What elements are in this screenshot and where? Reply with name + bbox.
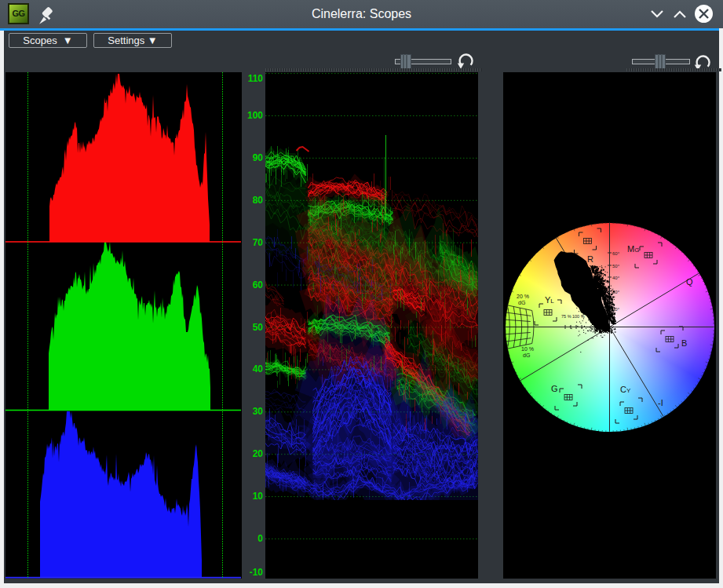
svg-text:40°: 40°	[612, 276, 620, 280]
svg-text:50°: 50°	[612, 264, 620, 268]
svg-text:75 %: 75 %	[561, 314, 571, 319]
svg-text:CY: CY	[620, 385, 631, 394]
svg-text:G: G	[551, 384, 558, 393]
svg-text:dG: dG	[523, 352, 530, 358]
svg-text:R: R	[587, 254, 593, 264]
svg-text:YL: YL	[545, 295, 554, 305]
svg-text:MG: MG	[627, 244, 639, 254]
svg-text:100 %: 100 %	[572, 314, 585, 319]
svg-text:10 %: 10 %	[521, 346, 534, 352]
svg-text:dG: dG	[518, 300, 525, 305]
svg-text:B: B	[681, 338, 687, 348]
svg-text:-I: -I	[658, 398, 663, 407]
svg-text:60°: 60°	[612, 251, 620, 256]
svg-text:20 %: 20 %	[517, 294, 529, 299]
svg-text:Q: Q	[686, 277, 693, 287]
